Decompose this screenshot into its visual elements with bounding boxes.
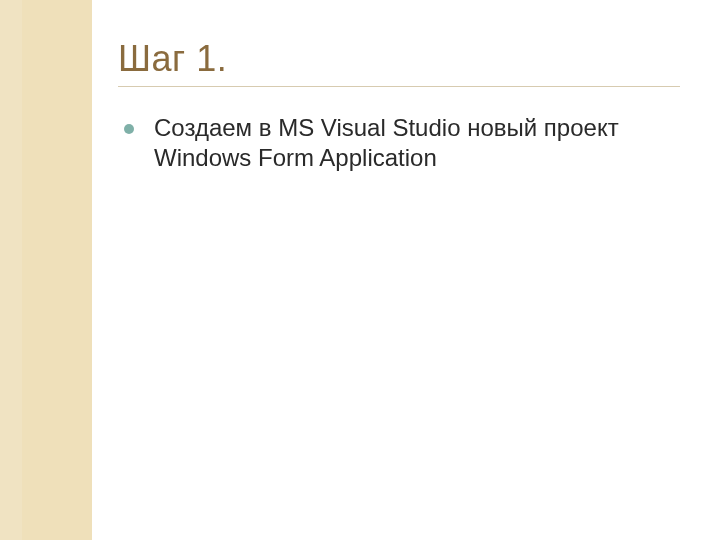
bullet-icon [124,124,134,134]
list-item-text: Создаем в MS Visual Studio новый проект … [154,114,619,171]
sidebar-band-inner [22,0,92,540]
slide-content: Шаг 1. Создаем в MS Visual Studio новый … [118,38,680,173]
bullet-list: Создаем в MS Visual Studio новый проект … [118,113,680,173]
title-underline [118,86,680,87]
slide-title: Шаг 1. [118,38,680,80]
sidebar-band-outer [0,0,22,540]
list-item: Создаем в MS Visual Studio новый проект … [118,113,680,173]
